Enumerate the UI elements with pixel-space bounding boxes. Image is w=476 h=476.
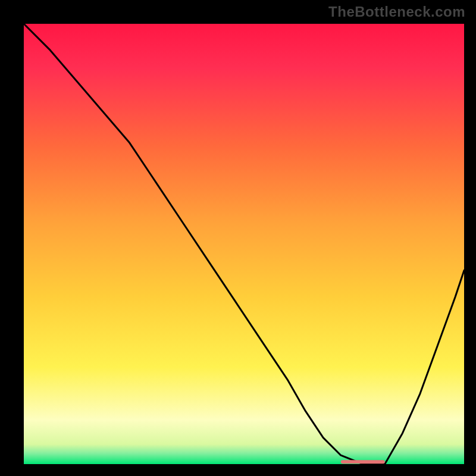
watermark-text: TheBottleneck.com	[328, 4, 465, 20]
chart-background	[24, 24, 464, 464]
chart-svg	[24, 24, 464, 464]
chart-area	[24, 24, 464, 464]
selected-range-marker	[341, 460, 385, 464]
